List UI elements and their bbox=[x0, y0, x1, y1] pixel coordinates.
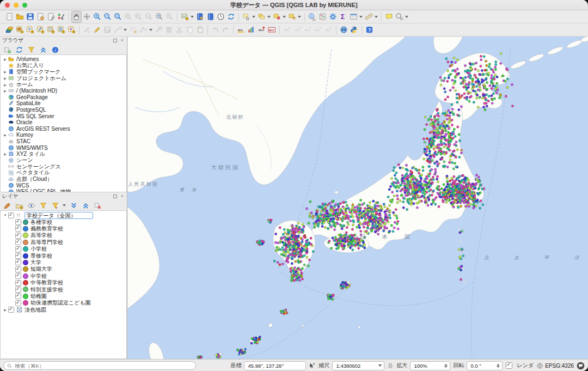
open-project-button[interactable] bbox=[15, 11, 25, 23]
remove-layer-button[interactable] bbox=[93, 200, 103, 211]
place-search-button[interactable] bbox=[394, 11, 405, 23]
python-console-button[interactable] bbox=[349, 24, 359, 36]
browser-item-arcgis-rest-servers[interactable]: ArcGIS REST Servers bbox=[1, 126, 126, 132]
refresh-map-button[interactable] bbox=[226, 11, 236, 23]
digitize-with-segment-button[interactable] bbox=[113, 24, 123, 36]
expand-icon[interactable]: ▶ bbox=[3, 57, 8, 61]
save-layer-edits-button[interactable] bbox=[102, 24, 113, 36]
highlight-pinned-labels-button[interactable]: abc bbox=[267, 24, 277, 36]
close-window-button[interactable] bbox=[5, 3, 10, 8]
refresh-browser-button[interactable] bbox=[14, 45, 24, 55]
move-label-button[interactable]: abc bbox=[282, 24, 292, 36]
layer-checkbox[interactable] bbox=[15, 239, 21, 245]
browser-item-oracle[interactable]: Oracle bbox=[1, 119, 126, 126]
browser-item-postgresql[interactable]: PostgreSQL bbox=[1, 107, 126, 113]
properties-widget-button[interactable]: i bbox=[50, 45, 60, 55]
zoom-in-button[interactable] bbox=[92, 11, 102, 23]
scale-combo[interactable] bbox=[332, 361, 384, 370]
zoom-native-button[interactable]: 1:1 bbox=[144, 11, 154, 23]
filter-by-expression-button[interactable]: ε bbox=[50, 200, 60, 211]
new-mesh-layer-button[interactable] bbox=[56, 24, 66, 36]
identify-features-button[interactable]: i bbox=[307, 11, 317, 23]
processing-toolbox-button[interactable] bbox=[328, 11, 338, 23]
new-spatial-bookmark-button[interactable] bbox=[195, 11, 205, 23]
add-selected-layers-button[interactable] bbox=[2, 45, 13, 55]
digitize-with-segment-dropdown-icon[interactable] bbox=[124, 29, 127, 31]
layers-panel-float-icon[interactable] bbox=[113, 194, 118, 199]
layer-row[interactable]: 短期大学 bbox=[1, 266, 126, 272]
layer-checkbox[interactable] bbox=[15, 259, 21, 265]
browser-item-kumoy[interactable]: ▶Kumoy bbox=[1, 132, 126, 138]
save-project-button[interactable] bbox=[25, 11, 35, 23]
select-features-button[interactable] bbox=[241, 11, 252, 23]
layer-row[interactable]: 大学 bbox=[1, 259, 126, 266]
zoom-to-selection-button[interactable] bbox=[123, 11, 133, 23]
open-attribute-table-dropdown-icon[interactable] bbox=[359, 16, 363, 18]
zoom-next-button[interactable] bbox=[164, 11, 175, 23]
pan-to-selection-button[interactable] bbox=[82, 11, 92, 23]
pan-map-button[interactable] bbox=[71, 11, 82, 23]
expand-icon[interactable]: ▶ bbox=[3, 83, 8, 87]
metasearch-button[interactable] bbox=[339, 24, 349, 36]
select-features-dropdown-icon[interactable] bbox=[252, 16, 255, 18]
copy-features-button[interactable] bbox=[185, 24, 195, 36]
magnifier-input[interactable] bbox=[413, 362, 443, 369]
open-layer-styling-button[interactable] bbox=[2, 200, 13, 211]
show-hide-labels-button[interactable]: abc bbox=[323, 24, 334, 36]
redo-button[interactable] bbox=[220, 24, 231, 36]
filter-browser-button[interactable] bbox=[26, 45, 36, 55]
zoom-out-button[interactable] bbox=[102, 11, 113, 23]
temporal-controller-button[interactable] bbox=[216, 11, 226, 23]
collapse-all-button[interactable] bbox=[81, 200, 91, 211]
locator-search-input[interactable] bbox=[14, 362, 192, 369]
map-tips-button[interactable] bbox=[384, 11, 394, 23]
filter-by-expression-dropdown-icon[interactable] bbox=[63, 204, 66, 206]
messages-icon[interactable] bbox=[577, 362, 585, 370]
new-shapefile-layer-button[interactable]: V bbox=[25, 24, 35, 36]
layer-checkbox[interactable] bbox=[15, 273, 21, 279]
browser-item-stac[interactable]: STAC bbox=[1, 138, 126, 145]
paste-features-button[interactable] bbox=[195, 24, 205, 36]
rotation-spinbox[interactable] bbox=[467, 361, 503, 370]
place-search-dropdown-icon[interactable] bbox=[405, 16, 408, 18]
new-virtual-layer-button[interactable]: V bbox=[66, 24, 77, 36]
new-map-view-button[interactable] bbox=[180, 11, 190, 23]
style-manager-button[interactable]: a bbox=[56, 11, 66, 23]
manage-map-themes-button[interactable] bbox=[26, 200, 36, 211]
help-button[interactable]: ? bbox=[364, 24, 375, 36]
delete-selected-button[interactable] bbox=[164, 24, 174, 36]
crs-text[interactable]: EPSG:4326 bbox=[545, 363, 574, 369]
deselect-features-button[interactable] bbox=[256, 11, 267, 23]
undo-button[interactable] bbox=[210, 24, 220, 36]
layer-row[interactable]: 高等専門学校 bbox=[1, 239, 126, 246]
current-edits-button[interactable] bbox=[82, 24, 92, 36]
basemap-checkbox[interactable] bbox=[8, 307, 14, 313]
layer-row[interactable]: 専修学校 bbox=[1, 252, 126, 259]
layer-row[interactable]: 高等学校 bbox=[1, 232, 126, 239]
extents-toggle-icon[interactable] bbox=[309, 362, 316, 369]
layer-checkbox[interactable] bbox=[15, 253, 21, 259]
crs-globe-icon[interactable] bbox=[536, 362, 543, 369]
select-by-expression-dropdown-icon[interactable] bbox=[283, 16, 286, 18]
vertex-tool-dropdown-icon[interactable] bbox=[149, 29, 152, 31]
new-temporary-scratch-layer-button[interactable] bbox=[46, 24, 56, 36]
modify-attributes-button[interactable] bbox=[154, 24, 164, 36]
show-statistics-button[interactable]: Σ bbox=[338, 11, 348, 23]
change-label-properties-button[interactable]: abc bbox=[292, 24, 303, 36]
layer-checkbox[interactable] bbox=[15, 287, 21, 293]
add-record-button[interactable] bbox=[128, 24, 138, 36]
browser-panel-close-icon[interactable]: × bbox=[120, 38, 125, 43]
layout-manager-button[interactable] bbox=[46, 11, 56, 23]
layer-checkbox[interactable] bbox=[15, 266, 21, 272]
layer-checkbox[interactable] bbox=[15, 226, 21, 232]
map-canvas[interactable]: 北朝鮮大韓民国人民共和国黄 海日 本 国北 太 平 洋 bbox=[127, 37, 588, 359]
resize-label-button[interactable]: abc bbox=[313, 24, 323, 36]
title-bar[interactable]: 学校データ — QGIS [QGIS LAB by MIERUNE] bbox=[0, 0, 588, 10]
coordinate-input[interactable] bbox=[247, 362, 303, 369]
zoom-full-button[interactable] bbox=[113, 11, 123, 23]
expand-icon[interactable]: ▶ bbox=[3, 89, 8, 93]
zoom-window-button[interactable] bbox=[22, 3, 27, 8]
select-by-value-dropdown-icon[interactable] bbox=[298, 16, 301, 18]
magnifier-spin-arrows[interactable] bbox=[444, 364, 448, 368]
lock-scale-icon[interactable] bbox=[387, 362, 394, 369]
